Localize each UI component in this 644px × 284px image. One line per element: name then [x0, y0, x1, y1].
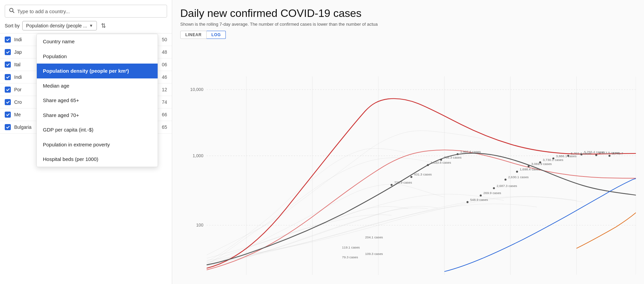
sort-option-hospital-beds[interactable]: Hospital beds (per 1000): [37, 152, 158, 167]
country-checkbox[interactable]: [5, 87, 11, 93]
svg-point-34: [516, 171, 518, 173]
sort-dropdown[interactable]: Population density (people ... ▼: [22, 21, 97, 30]
svg-point-22: [440, 159, 442, 161]
svg-text:1,907.6 cases: 1,907.6 cases: [460, 150, 481, 153]
svg-text:1,698.4 cases: 1,698.4 cases: [520, 167, 540, 171]
svg-point-36: [528, 165, 530, 167]
svg-point-20: [427, 164, 429, 166]
svg-point-30: [493, 187, 495, 189]
country-checkbox[interactable]: [5, 112, 11, 118]
svg-point-40: [553, 158, 555, 160]
svg-text:728.9 cases: 728.9 cases: [394, 181, 412, 184]
svg-text:2,630.1 cases: 2,630.1 cases: [508, 175, 529, 179]
sort-dropdown-menu: Country name Population Population densi…: [36, 34, 158, 167]
svg-point-28: [480, 195, 482, 197]
svg-point-26: [466, 201, 468, 203]
sort-option-median-age[interactable]: Median age: [37, 78, 158, 93]
svg-text:431.3 cases: 431.3 cases: [414, 173, 432, 176]
svg-text:100: 100: [196, 222, 203, 228]
svg-text:204.1 cases: 204.1 cases: [365, 236, 383, 239]
sort-option-pop-density[interactable]: Population density (people per km²): [37, 64, 158, 78]
search-box[interactable]: Type to add a country...: [5, 5, 167, 18]
sort-label: Sort by: [5, 23, 20, 28]
country-checkbox[interactable]: [5, 37, 11, 43]
country-checkbox[interactable]: [5, 74, 11, 80]
left-panel: Type to add a country... Sort by Populat…: [0, 0, 172, 284]
search-placeholder: Type to add a country...: [17, 8, 70, 14]
country-checkbox[interactable]: [5, 62, 11, 68]
svg-text:1,033.6 cases: 1,033.6 cases: [431, 161, 451, 165]
svg-text:708.3 cases: 708.3 cases: [444, 156, 462, 159]
sort-option-share-65[interactable]: Share aged 65+: [37, 93, 158, 108]
svg-point-16: [391, 184, 393, 186]
svg-line-1: [13, 11, 15, 13]
svg-point-0: [10, 8, 13, 12]
svg-point-44: [581, 153, 583, 156]
svg-text:79.3 cases: 79.3 cases: [342, 255, 358, 259]
svg-text:3,069.9 cases: 3,069.9 cases: [531, 162, 552, 166]
search-icon: [9, 8, 15, 15]
svg-text:548.9 cases: 548.9 cases: [470, 198, 488, 202]
chevron-down-icon: ▼: [89, 23, 93, 28]
svg-text:2,687.3 cases: 2,687.3 cases: [497, 184, 517, 188]
country-checkbox[interactable]: [5, 124, 11, 130]
svg-point-24: [457, 153, 459, 155]
country-checkbox[interactable]: [5, 49, 11, 55]
scale-buttons: LINEAR LOG: [180, 31, 636, 39]
svg-text:119.1 cases: 119.1 cases: [342, 245, 360, 249]
svg-point-46: [595, 154, 597, 156]
right-panel: Daily new confirmed COVID-19 cases Shown…: [172, 0, 644, 284]
svg-text:3,743.7: 3,743.7: [612, 151, 623, 155]
filter-icon[interactable]: ⇅: [101, 22, 106, 29]
chart-svg: 10,000 1,000 100: [180, 44, 636, 281]
chart-subtitle: Shown is the rolling 7-day average. The …: [180, 22, 636, 27]
svg-point-42: [567, 155, 569, 157]
svg-point-38: [539, 162, 541, 164]
svg-text:109.3 cases: 109.3 cases: [365, 252, 383, 256]
svg-text:269.9 cases: 269.9 cases: [483, 191, 501, 195]
svg-point-18: [410, 176, 412, 178]
sort-option-gdp[interactable]: GDP per capita (int.-$): [37, 122, 158, 137]
sort-option-poverty[interactable]: Population in extreme poverty: [37, 137, 158, 152]
sort-option-country-name[interactable]: Country name: [37, 34, 158, 49]
log-scale-button[interactable]: LOG: [207, 31, 226, 39]
chart-title: Daily new confirmed COVID-19 cases: [180, 7, 636, 20]
svg-text:1,000: 1,000: [193, 153, 204, 158]
svg-point-32: [505, 179, 507, 181]
svg-text:10,000: 10,000: [190, 87, 204, 92]
svg-point-48: [609, 155, 611, 157]
sort-row: Sort by Population density (people ... ▼…: [0, 21, 172, 33]
sort-selected-label: Population density (people ...: [26, 23, 87, 28]
sort-option-population[interactable]: Population: [37, 49, 158, 64]
sort-option-share-70[interactable]: Share aged 70+: [37, 108, 158, 123]
country-checkbox[interactable]: [5, 99, 11, 105]
linear-scale-button[interactable]: LINEAR: [180, 31, 207, 39]
chart-area: 10,000 1,000 100: [180, 44, 636, 281]
